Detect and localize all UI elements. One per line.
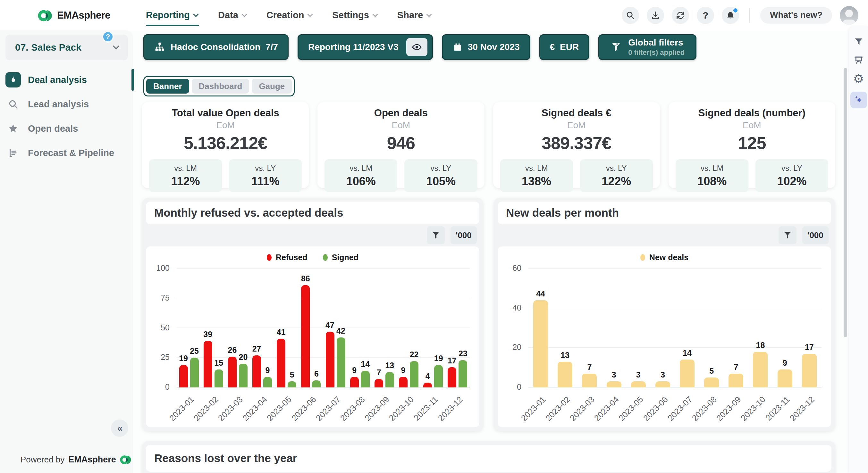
- bar-refused[interactable]: 41: [277, 339, 285, 387]
- kpi-vs-lm-value: 112%: [149, 175, 222, 188]
- bar-signed[interactable]: 20: [239, 364, 248, 387]
- bar-new-deals[interactable]: 18: [753, 352, 768, 387]
- bar-value-label: 23: [459, 349, 467, 358]
- bar-refused[interactable]: 9: [350, 377, 359, 387]
- currency-symbol: €: [550, 42, 555, 52]
- whats-new-button[interactable]: What's new?: [760, 7, 832, 24]
- currency-chip[interactable]: € EUR: [539, 34, 590, 60]
- sidebar-item-lead-analysis[interactable]: Lead analysis: [0, 96, 133, 112]
- bar-refused[interactable]: 7: [374, 379, 383, 387]
- kpi-value: 125: [669, 133, 835, 153]
- bar-value-label: 13: [560, 350, 569, 360]
- bar-value-label: 9: [783, 358, 787, 368]
- help-button[interactable]: ?: [697, 7, 714, 24]
- bar-new-deals[interactable]: 7: [582, 374, 597, 387]
- bar-refused[interactable]: 4: [423, 383, 432, 387]
- chart-filter-button[interactable]: [779, 226, 797, 244]
- chart-unit-button[interactable]: '000: [802, 226, 829, 244]
- vertical-scrollbar[interactable]: [844, 68, 847, 337]
- bar-new-deals[interactable]: 14: [680, 360, 694, 387]
- bar-signed[interactable]: 19: [434, 365, 443, 387]
- pack-selector[interactable]: 07. Sales Pack ?: [5, 35, 128, 60]
- nav-data[interactable]: Data: [218, 0, 247, 30]
- pack-help-badge[interactable]: ?: [102, 31, 114, 43]
- kpi-vs-ly-value: 105%: [404, 175, 477, 188]
- legend-item[interactable]: Signed: [323, 253, 359, 262]
- nav-reporting[interactable]: Reporting: [146, 0, 199, 30]
- bar-value-label: 47: [326, 320, 335, 330]
- preview-button[interactable]: [406, 38, 427, 56]
- kpi-vs-lm-label: vs. LM: [324, 164, 397, 173]
- search-button[interactable]: [622, 7, 639, 24]
- main-content: Hadoc Consolidation 7/7 Reporting 11/202…: [142, 30, 835, 473]
- bar-value-label: 14: [683, 348, 692, 358]
- download-button[interactable]: [647, 7, 664, 24]
- bar-new-deals[interactable]: 5: [704, 377, 719, 387]
- ai-assistant-rail-button[interactable]: [850, 92, 867, 108]
- bar-refused[interactable]: 86: [301, 285, 310, 387]
- tab-gauge[interactable]: Gauge: [252, 79, 292, 94]
- bar-new-deals[interactable]: 44: [533, 300, 548, 387]
- chart-unit-button[interactable]: '000: [451, 226, 477, 244]
- bar-refused[interactable]: 47: [326, 332, 335, 387]
- nav-settings[interactable]: Settings: [332, 0, 378, 30]
- global-filters-chip[interactable]: Global filters 0 filter(s) applied: [598, 34, 696, 60]
- bar-new-deals[interactable]: 3: [607, 381, 621, 387]
- bar-signed[interactable]: 6: [312, 380, 321, 387]
- tab-dashboard[interactable]: Dashboard: [192, 79, 249, 94]
- sidebar-item-deal-analysis[interactable]: Deal analysis: [0, 72, 133, 88]
- consolidation-chip[interactable]: Hadoc Consolidation 7/7: [143, 34, 288, 60]
- date-chip[interactable]: 30 Nov 2023: [442, 34, 530, 60]
- settings-rail-button[interactable]: ⚙: [853, 73, 865, 85]
- gear-icon: ⚙: [853, 73, 864, 85]
- bar-new-deals[interactable]: 13: [558, 362, 572, 387]
- chart-card: New deals 020406044137333145718917 2023-…: [498, 246, 831, 427]
- star-icon: [5, 121, 21, 136]
- reporting-version-chip[interactable]: Reporting 11/2023 V3: [298, 34, 433, 60]
- bar-signed[interactable]: 15: [215, 370, 223, 387]
- avatar-body: [842, 20, 856, 25]
- bar-new-deals[interactable]: 3: [631, 381, 646, 387]
- bar-group: 419: [423, 365, 443, 387]
- bar-signed[interactable]: 25: [190, 358, 199, 387]
- sync-button[interactable]: [672, 7, 689, 24]
- bar-signed[interactable]: 5: [288, 381, 296, 387]
- chart-filter-button[interactable]: [427, 226, 445, 244]
- bar-refused[interactable]: 9: [399, 377, 407, 387]
- bar-refused[interactable]: 26: [228, 357, 237, 387]
- bar-new-deals[interactable]: 9: [778, 370, 792, 387]
- question-mark-icon: ?: [703, 10, 708, 21]
- plot-area: 020406044137333145718917: [528, 269, 822, 387]
- bar-refused[interactable]: 39: [204, 341, 212, 387]
- legend-item[interactable]: Refused: [267, 253, 308, 262]
- bar-new-deals[interactable]: 17: [802, 354, 817, 387]
- funnel-icon: [854, 37, 864, 46]
- bar-signed[interactable]: 13: [385, 372, 394, 387]
- bar-signed[interactable]: 23: [459, 360, 467, 387]
- notifications-button[interactable]: [722, 7, 739, 24]
- sidebar-collapse-button[interactable]: «: [111, 419, 128, 437]
- bar-refused[interactable]: 19: [179, 365, 188, 387]
- sidebar-item-open-deals[interactable]: Open deals: [0, 121, 133, 137]
- kpi-vs-lm: vs. LM 106%: [324, 159, 397, 192]
- tab-banner[interactable]: Banner: [146, 79, 189, 94]
- bar-signed[interactable]: 42: [337, 337, 345, 387]
- bar-new-deals[interactable]: 7: [728, 374, 743, 387]
- bar-chart-icon: [5, 145, 21, 161]
- bar-new-deals[interactable]: 3: [655, 381, 670, 387]
- nav-creation[interactable]: Creation: [267, 0, 313, 30]
- bar-refused[interactable]: 17: [447, 367, 456, 387]
- presentation-rail-button[interactable]: [853, 55, 865, 66]
- sidebar-item-forecast-pipeline[interactable]: Forecast & Pipeline: [0, 145, 133, 161]
- avatar[interactable]: [840, 6, 858, 25]
- bar-refused[interactable]: 27: [252, 356, 261, 387]
- bar-signed[interactable]: 22: [410, 361, 418, 387]
- x-labels: 2023-012023-022023-032023-042023-052023-…: [528, 392, 822, 427]
- nav-settings-label: Settings: [332, 10, 369, 21]
- bar-signed[interactable]: 9: [263, 377, 272, 387]
- nav-share[interactable]: Share: [397, 0, 432, 30]
- bar-signed[interactable]: 14: [361, 371, 370, 387]
- nav-creation-label: Creation: [267, 10, 304, 21]
- legend-item[interactable]: New deals: [640, 253, 688, 262]
- filter-rail-button[interactable]: [853, 36, 865, 47]
